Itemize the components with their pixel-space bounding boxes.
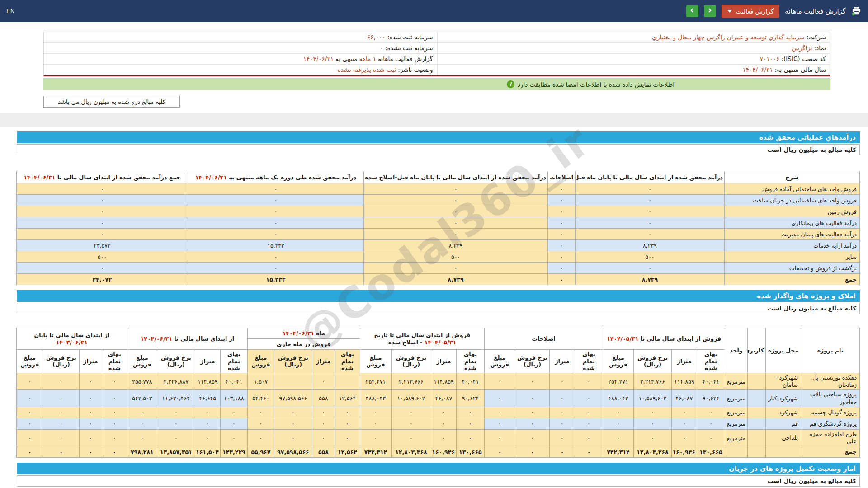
- project-cell: ۵۴۲,۵۰۳: [127, 390, 157, 407]
- column-header: بهای تمام شده: [220, 350, 247, 373]
- project-cell: ۰: [127, 418, 157, 429]
- project-cell: ۴۸۸,۰۴۳: [360, 390, 391, 407]
- column-header: درآمد محقق شده از ابتدای سال مالی تا پای…: [576, 171, 725, 183]
- project-cell: ۰: [515, 373, 549, 390]
- income-cell: ۸,۷۳۹: [576, 274, 725, 285]
- report-type-dropdown[interactable]: گزارش فعالیت: [722, 5, 779, 18]
- project-name: طرح امامزاده حمزه علی: [801, 429, 860, 446]
- column-group-header: فروش از ابتدای سال مالی تا تاریخ ۱۴۰۴/۰۵…: [360, 328, 484, 350]
- unit-note: کلیه مبالغ به میلیون ریال است: [17, 303, 860, 314]
- project-cell: ۰: [431, 429, 456, 446]
- project-cell: ۰: [220, 429, 247, 446]
- isic-code-field: کد صنعت (ISIC): ۷۰۱۰۰۶: [437, 54, 830, 65]
- income-cell: ۰: [548, 206, 576, 217]
- column-group-header: اصلاحات: [484, 328, 603, 350]
- amounts-unit-box: کلیه مبالغ درج شده به میلیون ریال می باش…: [43, 96, 180, 108]
- income-row: جمع۸,۷۳۹۰۸,۷۳۹۱۵,۳۳۳۲۴,۰۷۲: [17, 274, 860, 285]
- project-cell: ۰: [220, 418, 247, 429]
- project-cell: ۰: [549, 373, 575, 390]
- project-cell: ۱۲,۸۰۳,۳۶۸: [391, 446, 431, 458]
- project-cell: ۱,۵۰۷: [247, 373, 274, 390]
- project-cell: ۰: [515, 446, 549, 458]
- income-cell: ۰: [188, 195, 364, 206]
- project-cell: ۱۲,۵۶۴: [335, 390, 360, 407]
- project-cell: ۰: [575, 446, 603, 458]
- project-cell: ۰: [79, 407, 102, 418]
- column-header: متراژ: [431, 350, 456, 373]
- project-cell: ۱۳,۸۵۷,۳۵۱: [157, 446, 195, 458]
- income-cell: ۰: [364, 217, 548, 229]
- column-header: کاربری: [748, 328, 766, 373]
- column-header: اصلاحات: [548, 171, 576, 183]
- income-cell: ۸,۲۳۹: [576, 240, 725, 251]
- project-cell: ۰: [274, 429, 312, 446]
- income-row-label: سایر: [725, 251, 860, 263]
- project-cell: ۰: [484, 429, 515, 446]
- project-cell: ۰: [274, 407, 312, 418]
- income-cell: ۰: [548, 217, 576, 229]
- project-cell: ۵۴,۴۶۰: [247, 390, 274, 407]
- project-location: [766, 446, 801, 458]
- project-cell: ۰: [16, 418, 43, 429]
- income-cell: ۸,۲۳۹: [364, 240, 548, 251]
- project-cell: ۱۱۴,۸۵۹: [672, 373, 697, 390]
- income-row-label: فروش واحد های ساختمانی در جریان ساخت: [725, 195, 860, 206]
- project-cell: ۵۵۸: [312, 390, 335, 407]
- project-cell: ۰: [672, 418, 697, 429]
- chevron-right-icon: [707, 8, 712, 14]
- project-name: جمع: [801, 446, 860, 458]
- info-icon: i: [507, 80, 514, 88]
- project-cell: ۰: [195, 429, 220, 446]
- project-name: پروژه گردشگری قم: [801, 418, 860, 429]
- projects-header-row-1: نام پروژه محل پروژه کاربری واحد فروش از …: [16, 328, 859, 339]
- prev-report-button[interactable]: [686, 5, 698, 17]
- project-name: پروژه سیاحتی تالاب چغاخور: [801, 390, 860, 407]
- income-cell: ۰: [576, 206, 725, 217]
- column-header: مبلغ فروش: [16, 350, 43, 373]
- column-header: نرخ فروش (ریال): [274, 350, 312, 373]
- column-group-subheader: فروش در ماه جاری: [247, 339, 360, 350]
- project-cell: ۰: [43, 429, 79, 446]
- project-cell: ۲,۲۱۳,۷۶۶: [634, 373, 672, 390]
- project-cell: ۰: [484, 446, 515, 458]
- project-row: پروژه گردشگری قمقممترمربع۰۰۰۰۰۰۰۰۰۰۰۰۰۰۰…: [16, 418, 859, 429]
- unregistered-capital-field: سرمایه ثبت نشده: ۰: [44, 43, 437, 54]
- project-cell: ۰: [603, 407, 633, 418]
- project-cell: ۰: [157, 407, 195, 418]
- column-group-header: از ابتدای سال مالی تا ۱۴۰۴/۰۶/۳۱: [127, 328, 247, 350]
- project-cell: ۰: [634, 418, 672, 429]
- income-cell: ۰: [17, 217, 188, 229]
- project-unit: مترمربع: [725, 407, 748, 418]
- income-cell: ۰: [576, 229, 725, 240]
- column-header: متراژ: [79, 350, 102, 373]
- project-cell: ۰: [79, 446, 102, 458]
- income-cell: ۰: [548, 183, 576, 195]
- project-cell: ۴۶,۰۸۷: [431, 390, 456, 407]
- income-row-label: جمع: [725, 274, 860, 285]
- project-cell: ۰: [360, 429, 391, 446]
- project-cell: ۰: [391, 407, 431, 418]
- project-cell: ۰: [102, 446, 127, 458]
- project-cell: ۴۰,۰۴۱: [456, 373, 484, 390]
- project-cell: ۰: [575, 429, 603, 446]
- project-cell: ۱۶۰,۹۴۶: [672, 446, 697, 458]
- project-unit: مترمربع: [725, 429, 748, 446]
- project-cell: ۰: [157, 418, 195, 429]
- language-switch-en[interactable]: EN: [6, 8, 15, 14]
- column-header: متراژ: [549, 350, 575, 373]
- income-cell: ۰: [576, 183, 725, 195]
- column-header: بهای تمام شده: [335, 350, 360, 373]
- next-report-button[interactable]: [704, 5, 716, 17]
- income-cell: ۲۳,۵۷۲: [17, 240, 188, 251]
- unit-note: کلیه مبالغ به میلیون ریال است: [17, 144, 860, 155]
- income-row: سایر۵۰۰۰۵۰۰۰۵۰۰: [17, 251, 860, 263]
- project-unit: [725, 446, 748, 458]
- print-button[interactable]: [851, 5, 862, 17]
- project-cell: ۲۵۴,۲۷۱: [360, 373, 391, 390]
- income-row-label: درآمد ارایه خدمات: [725, 240, 860, 251]
- project-usage: [748, 418, 766, 429]
- column-header: نرخ فروش (ریال): [43, 350, 79, 373]
- income-cell: ۵۰۰: [576, 251, 725, 263]
- income-cell: ۰: [17, 229, 188, 240]
- income-cell: ۰: [17, 206, 188, 217]
